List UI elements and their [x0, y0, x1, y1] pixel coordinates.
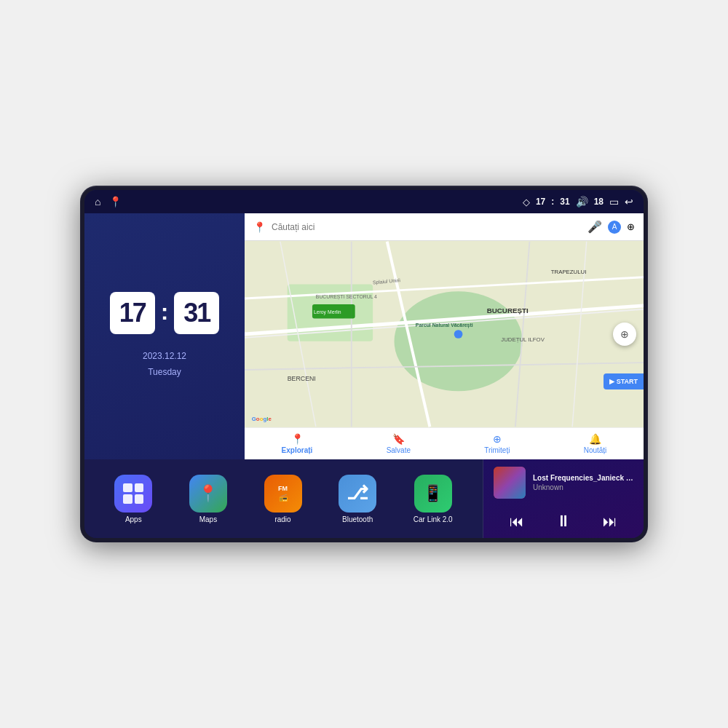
music-thumb-image — [494, 467, 526, 499]
news-label: Noutăți — [584, 446, 607, 454]
app-item-maps[interactable]: 📍 Maps — [189, 475, 227, 523]
back-icon[interactable]: ↩ — [625, 196, 633, 207]
svg-text:TRAPEZULUI: TRAPEZULUI — [551, 269, 587, 275]
layer-icon[interactable]: ⊕ — [627, 221, 635, 232]
explore-icon: 📍 — [291, 433, 304, 445]
clock-day-value: Tuesday — [143, 365, 186, 381]
svg-text:BUCUREȘTI SECTORUL 4: BUCUREȘTI SECTORUL 4 — [316, 294, 377, 300]
top-section: 17 : 31 2023.12.12 Tuesday 📍 — [84, 213, 644, 459]
app-item-radio[interactable]: FM 📻 radio — [264, 475, 302, 523]
radio-icon-wrap: FM 📻 — [264, 475, 302, 513]
nav-start-button[interactable]: ▶ START — [604, 373, 644, 389]
bluetooth-label: Bluetooth — [342, 515, 373, 523]
svg-text:Leroy Merlin: Leroy Merlin — [314, 309, 341, 315]
clock-date: 2023.12.12 Tuesday — [143, 349, 186, 380]
location-pin-icon[interactable]: 📍 — [109, 196, 122, 207]
svg-text:JUDEȚUL ILFOV: JUDEȚUL ILFOV — [501, 336, 545, 343]
map-nav-saved[interactable]: 🔖 Salvate — [387, 433, 411, 454]
battery-icon: ▭ — [609, 196, 619, 207]
bluetooth-icon-wrap: ⎇ — [339, 475, 376, 513]
saved-label: Salvate — [387, 446, 411, 454]
status-time: 17 — [536, 197, 545, 207]
clock-hours: 17 — [110, 292, 155, 334]
apps-label: Apps — [125, 515, 142, 523]
music-artist: Unknown — [533, 483, 633, 491]
music-text: Lost Frequencies_Janieck Devy-... Unknow… — [533, 474, 633, 491]
map-panel: 📍 🎤 A ⊕ — [245, 213, 644, 459]
svg-text:Google: Google — [252, 416, 272, 422]
map-pin-icon: 📍 — [253, 221, 266, 233]
music-thumbnail — [494, 467, 526, 499]
maps-label: Maps — [199, 515, 217, 523]
carlink-label: Car Link 2.0 — [414, 515, 453, 523]
map-search-icons: 🎤 A ⊕ — [587, 220, 635, 234]
status-right-area: ◇ 17 : 31 🔊 18 ▭ ↩ — [523, 196, 633, 207]
svg-text:Parcul Natural Văcărești: Parcul Natural Văcărești — [416, 323, 473, 328]
user-avatar[interactable]: A — [608, 221, 621, 234]
status-left-icons: ⌂ 📍 — [95, 196, 122, 207]
music-prev-button[interactable]: ⏮ — [504, 510, 530, 533]
map-nav-news[interactable]: 🔔 Noutăți — [584, 433, 607, 454]
svg-text:BUCUREȘTI: BUCUREȘTI — [487, 306, 529, 314]
app-item-bluetooth[interactable]: ⎇ Bluetooth — [339, 475, 376, 523]
radio-fm-label: FM — [278, 485, 288, 492]
status-minutes: 31 — [560, 197, 569, 207]
send-label: Trimiteți — [484, 446, 510, 454]
carlink-icon-wrap: 📱 — [414, 475, 452, 513]
map-nav-explore[interactable]: 📍 Explorați — [282, 433, 313, 454]
mic-icon[interactable]: 🎤 — [587, 220, 602, 234]
volume-icon: 🔊 — [576, 196, 588, 207]
main-content: 17 : 31 2023.12.12 Tuesday 📍 — [84, 213, 644, 538]
status-bar: ⌂ 📍 ◇ 17 : 31 🔊 18 ▭ ↩ — [84, 190, 644, 213]
map-nav-send[interactable]: ⊕ Trimiteți — [484, 433, 510, 454]
carlink-icon: 📱 — [423, 484, 443, 503]
music-next-button[interactable]: ⏭ — [597, 510, 623, 533]
svg-text:BERCENI: BERCENI — [288, 375, 316, 382]
clock-minutes: 31 — [174, 292, 219, 334]
bluetooth-icon: ⎇ — [347, 482, 368, 505]
radio-icon: 📻 — [279, 494, 288, 502]
radio-label: radio — [274, 515, 290, 523]
clock-date-value: 2023.12.12 — [143, 349, 186, 365]
explore-label: Explorați — [282, 446, 313, 454]
svg-point-17 — [454, 330, 463, 339]
maps-icon: 📍 — [198, 484, 218, 503]
clock-colon-sep: : — [161, 298, 169, 325]
news-icon: 🔔 — [589, 433, 601, 445]
map-body[interactable]: BUCUREȘTI JUDEȚUL ILFOV TRAPEZULUI BERCE… — [245, 241, 644, 427]
clock-display: 17 : 31 — [110, 292, 220, 334]
music-play-button[interactable]: ⏸ — [550, 509, 577, 534]
map-search-input[interactable] — [272, 222, 582, 232]
status-colon: : — [551, 197, 554, 207]
clock-panel: 17 : 31 2023.12.12 Tuesday — [84, 213, 245, 459]
maps-icon-wrap: 📍 — [189, 475, 227, 513]
app-item-carlink[interactable]: 📱 Car Link 2.0 — [414, 475, 453, 523]
app-item-apps[interactable]: Apps — [114, 475, 152, 523]
home-icon[interactable]: ⌂ — [95, 196, 100, 207]
apps-section: Apps 📍 Maps FM 📻 — [84, 459, 483, 538]
device-screen: ⌂ 📍 ◇ 17 : 31 🔊 18 ▭ ↩ 17 — [84, 190, 644, 538]
music-controls: ⏮ ⏸ ⏭ — [494, 506, 633, 537]
volume-level: 18 — [594, 197, 604, 207]
map-search-bar: 📍 🎤 A ⊕ — [245, 213, 644, 241]
bottom-section: Apps 📍 Maps FM 📻 — [84, 459, 644, 538]
music-panel: Lost Frequencies_Janieck Devy-... Unknow… — [483, 459, 644, 538]
send-icon: ⊕ — [493, 433, 502, 445]
music-title: Lost Frequencies_Janieck Devy-... — [533, 474, 633, 482]
map-locate-button[interactable]: ⊕ — [613, 323, 636, 346]
music-info: Lost Frequencies_Janieck Devy-... Unknow… — [494, 467, 633, 499]
device-frame: ⌂ 📍 ◇ 17 : 31 🔊 18 ▭ ↩ 17 — [80, 186, 648, 542]
apps-icon — [114, 475, 152, 513]
saved-icon: 🔖 — [392, 433, 405, 445]
apps-grid-icon — [123, 483, 143, 504]
map-nav-bar: 📍 Explorați 🔖 Salvate ⊕ Trimiteți 🔔 — [245, 427, 644, 459]
gps-signal-icon: ◇ — [523, 197, 530, 207]
